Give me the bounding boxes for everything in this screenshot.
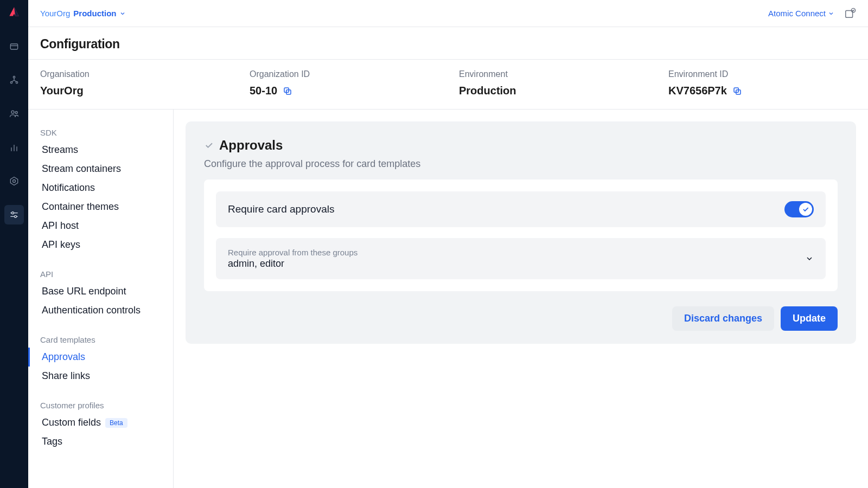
svg-point-6: [15, 112, 17, 114]
config-info-strip: Organisation YourOrg Organization ID 50-…: [28, 60, 868, 110]
svg-point-5: [11, 111, 14, 113]
svg-point-13: [12, 212, 14, 214]
panel-subtitle: Configure the approval process for card …: [204, 158, 838, 170]
sidebar-item-notifications[interactable]: Notifications: [28, 178, 173, 197]
check-icon: [802, 206, 809, 213]
page-title: Configuration: [40, 37, 856, 52]
approval-groups-value: admin, editor: [228, 258, 805, 269]
sidebar-item-base-url[interactable]: Base URL endpoint: [28, 282, 173, 301]
info-organization-id: Organization ID 50-10: [250, 69, 437, 97]
sidebar-item-custom-fields[interactable]: Custom fields Beta: [28, 413, 173, 432]
global-nav-rail: [0, 0, 28, 488]
panel-title: Approvals: [219, 138, 283, 153]
require-approvals-row: Require card approvals: [216, 191, 826, 227]
discard-button[interactable]: Discard changes: [672, 306, 774, 331]
nav-config-icon[interactable]: [4, 205, 24, 224]
sidebar-group-sdk: SDK: [28, 123, 173, 140]
chevron-down-icon: [805, 254, 814, 263]
brand-logo[interactable]: [7, 5, 21, 20]
sidebar-item-container-themes[interactable]: Container themes: [28, 197, 173, 216]
sidebar-item-share-links[interactable]: Share links: [28, 367, 173, 386]
approvals-settings-card: Require card approvals Require approval …: [204, 179, 838, 291]
info-organisation: Organisation YourOrg: [40, 69, 228, 97]
sidebar-group-card-templates: Card templates: [28, 330, 173, 348]
topbar: YourOrg Production Atomic Connect: [28, 0, 868, 27]
sidebar-group-customer-profiles: Customer profiles: [28, 395, 173, 413]
sidebar-item-streams[interactable]: Streams: [28, 140, 173, 159]
info-environment-id: Environment ID KV7656P7k: [668, 69, 856, 97]
sidebar-item-approvals[interactable]: Approvals: [28, 348, 173, 367]
chevron-down-icon: [119, 10, 126, 17]
svg-rect-0: [10, 44, 17, 49]
svg-point-2: [13, 76, 15, 78]
breadcrumb-env: Production: [73, 9, 116, 18]
beta-badge: Beta: [105, 418, 127, 428]
sidebar-item-tags[interactable]: Tags: [28, 432, 173, 451]
copy-icon[interactable]: [732, 86, 742, 96]
sidebar-item-api-keys[interactable]: API keys: [28, 235, 173, 254]
check-icon: [204, 140, 214, 150]
nav-workflow-icon[interactable]: [4, 70, 24, 90]
toggle-knob: [799, 203, 812, 216]
nav-settings-icon[interactable]: [4, 171, 24, 191]
info-environment: Environment Production: [459, 69, 647, 97]
tasks-status-icon[interactable]: [844, 8, 856, 20]
require-approvals-label: Require card approvals: [228, 203, 334, 215]
require-approvals-toggle[interactable]: [784, 201, 814, 217]
atomic-connect-link[interactable]: Atomic Connect: [768, 9, 834, 18]
copy-icon[interactable]: [283, 86, 292, 96]
page-header: Configuration: [28, 27, 868, 60]
nav-cards-icon[interactable]: [4, 37, 24, 56]
sidebar-item-api-host[interactable]: API host: [28, 216, 173, 235]
chevron-down-icon: [828, 10, 834, 17]
approval-groups-select[interactable]: Require approval from these groups admin…: [216, 238, 826, 279]
nav-customers-icon[interactable]: [4, 104, 24, 124]
nav-analytics-icon[interactable]: [4, 138, 24, 157]
approvals-panel: Approvals Configure the approval process…: [186, 121, 856, 344]
svg-point-15: [15, 215, 17, 217]
config-sidebar: SDK Streams Stream containers Notificati…: [28, 110, 174, 488]
sidebar-item-auth-controls[interactable]: Authentication controls: [28, 301, 173, 320]
update-button[interactable]: Update: [781, 306, 838, 331]
svg-marker-10: [10, 177, 17, 185]
sidebar-item-stream-containers[interactable]: Stream containers: [28, 159, 173, 178]
approval-groups-label: Require approval from these groups: [228, 248, 805, 257]
sidebar-group-api: API: [28, 264, 173, 282]
breadcrumb-org: YourOrg: [40, 9, 70, 18]
svg-point-11: [13, 180, 16, 183]
breadcrumb-env-picker[interactable]: YourOrg Production: [40, 9, 126, 18]
